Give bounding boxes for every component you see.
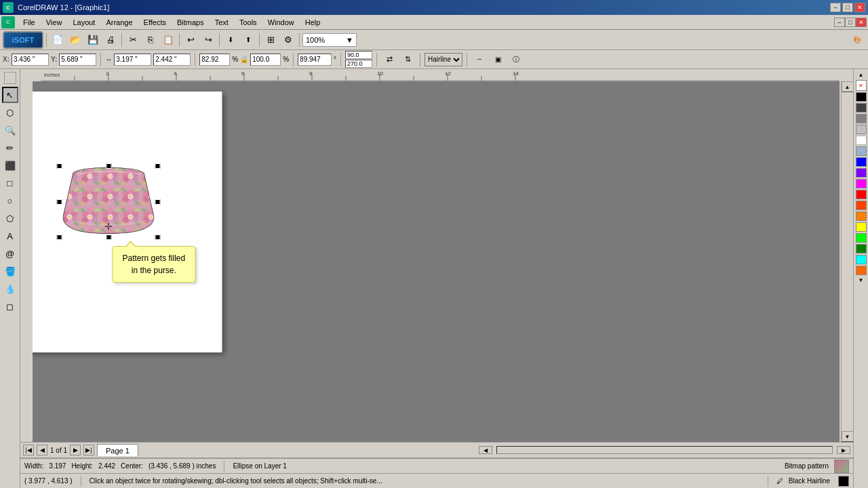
handle-br[interactable] <box>155 235 161 240</box>
angle1-input[interactable] <box>298 54 332 66</box>
last-page-button[interactable]: ▶| <box>83 445 94 455</box>
color-swatch-cyan[interactable] <box>856 255 867 264</box>
import-button[interactable]: ⬇ <box>222 32 239 48</box>
angle2-input[interactable] <box>345 51 372 59</box>
menu-window[interactable]: Window <box>262 17 300 28</box>
prev-page-button[interactable]: ◀ <box>37 445 47 455</box>
handle-bc[interactable] <box>106 235 111 240</box>
color-swatch-blue[interactable] <box>856 157 867 167</box>
polygon-tool[interactable]: ⬠ <box>2 210 18 226</box>
handle-tc[interactable] <box>106 163 111 169</box>
hairline-selector[interactable]: Hairline <box>425 53 462 66</box>
select-tool[interactable]: ↖ <box>2 87 18 103</box>
y-input[interactable] <box>59 54 96 66</box>
color-swatch-magenta[interactable] <box>856 179 867 188</box>
options-button[interactable]: ⚙ <box>280 32 296 48</box>
menu-layout[interactable]: Layout <box>67 17 100 28</box>
first-page-button[interactable]: |◀ <box>23 445 34 455</box>
next-page-button[interactable]: ▶ <box>70 445 81 455</box>
palette-scroll-up[interactable]: ▲ <box>857 70 865 79</box>
h-input[interactable] <box>153 54 191 66</box>
color-swatch-green[interactable] <box>856 233 867 243</box>
color-swatch-red[interactable] <box>856 190 867 199</box>
color-swatch-gray3[interactable] <box>856 125 867 134</box>
eyedropper-tool[interactable]: 💧 <box>2 281 18 297</box>
undo-button[interactable]: ↩ <box>182 32 199 48</box>
shape-tool[interactable]: ⬡ <box>2 104 18 121</box>
redo-button[interactable]: ↪ <box>200 32 216 48</box>
properties-button[interactable]: ⓘ <box>508 52 524 68</box>
smart-fill-tool[interactable]: ⬛ <box>2 157 18 174</box>
color-swatch-purple[interactable] <box>856 168 867 178</box>
color-swatch-white[interactable] <box>856 136 867 145</box>
fill-style-button[interactable]: ▣ <box>490 52 506 68</box>
color-swatch-orange-red[interactable] <box>856 201 867 210</box>
scroll-right-button[interactable]: ▶ <box>837 446 850 454</box>
cut-button[interactable]: ✂ <box>125 32 141 48</box>
menu-effects[interactable]: Effects <box>138 17 172 28</box>
paste-button[interactable]: 📋 <box>160 32 176 48</box>
maximize-button[interactable]: □ <box>842 3 853 12</box>
zoom-dropdown-icon[interactable]: ▼ <box>346 36 353 44</box>
zoom-tool[interactable]: 🔍 <box>2 122 18 138</box>
handle-tl[interactable] <box>57 163 62 169</box>
color-swatch-yellow[interactable] <box>856 222 867 232</box>
minimize-button[interactable]: – <box>830 3 841 12</box>
menu-text[interactable]: Text <box>210 17 234 28</box>
scroll-down-button[interactable]: ▼ <box>842 431 854 442</box>
no-fill-swatch[interactable]: ✕ <box>856 80 867 91</box>
spiral-tool[interactable]: @ <box>2 245 18 262</box>
horizontal-scrollbar[interactable] <box>496 446 833 454</box>
color-manager-button[interactable]: 🎨 <box>849 32 865 48</box>
scrollbar-right[interactable]: ▲ ▼ <box>841 81 853 442</box>
save-button[interactable]: 💾 <box>85 32 101 48</box>
inner-maximize-button[interactable]: □ <box>845 18 856 27</box>
new-button[interactable]: 📄 <box>50 32 66 48</box>
page1-tab[interactable]: Page 1 <box>97 444 138 456</box>
handle-bl[interactable] <box>57 235 62 240</box>
menu-help[interactable]: Help <box>300 17 326 28</box>
print-button[interactable]: 🖨 <box>102 32 119 48</box>
scroll-up-button[interactable]: ▲ <box>842 81 854 92</box>
inner-minimize-button[interactable]: – <box>834 18 845 27</box>
w-input[interactable] <box>114 54 151 66</box>
zoom-selector[interactable]: 100% ▼ <box>302 33 357 47</box>
menu-file[interactable]: File <box>18 17 41 28</box>
mirror-h-button[interactable]: ⇄ <box>381 52 397 68</box>
snap-button[interactable]: ⊞ <box>262 32 279 48</box>
color-swatch-orange[interactable] <box>856 211 867 221</box>
scale-y-input[interactable] <box>250 54 281 66</box>
copy-button[interactable]: ⎘ <box>142 32 159 48</box>
menu-arrange[interactable]: Arrange <box>100 17 138 28</box>
color-swatch-blue-light[interactable] <box>856 146 867 156</box>
color-swatch-dark-green[interactable] <box>856 244 867 253</box>
menu-bitmaps[interactable]: Bitmaps <box>172 17 210 28</box>
menu-tools[interactable]: Tools <box>234 17 262 28</box>
angle3-input[interactable] <box>345 60 372 68</box>
purse-object[interactable]: ✛ <box>60 166 158 237</box>
ellipse-tool[interactable]: ○ <box>2 192 18 209</box>
menu-view[interactable]: View <box>41 17 68 28</box>
lock-icon[interactable]: 🔒 <box>240 56 248 63</box>
text-tool[interactable]: A <box>2 228 18 244</box>
color-swatch-orange2[interactable] <box>856 266 867 275</box>
handle-mr[interactable] <box>155 199 161 205</box>
color-swatch-gray1[interactable] <box>856 103 867 113</box>
handle-tr[interactable] <box>155 163 161 169</box>
handle-ml[interactable] <box>57 199 62 205</box>
x-input[interactable] <box>12 54 49 66</box>
scroll-left-button[interactable]: ◀ <box>479 446 492 454</box>
open-button[interactable]: 📂 <box>67 32 83 48</box>
scale-x-input[interactable] <box>199 54 230 66</box>
color-swatch-black[interactable] <box>856 92 867 102</box>
canvas-area[interactable]: ✛ Pattern gets filled in the purse. <box>33 81 840 442</box>
rect-tool[interactable]: □ <box>2 175 18 191</box>
fill-tool[interactable]: 🪣 <box>2 263 18 279</box>
outline-style-button[interactable]: ╌ <box>471 52 488 68</box>
freehand-tool[interactable]: ✏ <box>2 140 18 156</box>
mirror-v-button[interactable]: ⇅ <box>399 52 416 68</box>
color-swatch-gray2[interactable] <box>856 114 867 123</box>
inner-close-button[interactable]: ✕ <box>856 18 867 27</box>
outline-tool[interactable]: ◻ <box>2 298 18 314</box>
close-button[interactable]: ✕ <box>854 3 865 12</box>
